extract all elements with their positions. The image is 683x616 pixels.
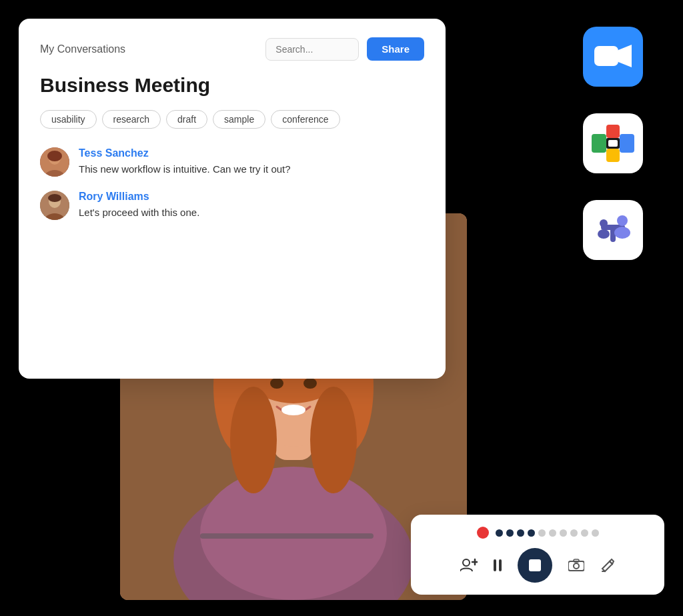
svg-rect-23 bbox=[594, 46, 618, 66]
pencil-icon bbox=[600, 558, 615, 573]
svg-point-19 bbox=[270, 378, 283, 389]
stop-button[interactable] bbox=[518, 548, 552, 583]
pause-icon bbox=[494, 559, 502, 571]
recording-card bbox=[411, 515, 664, 595]
progress-dot-6 bbox=[549, 529, 556, 537]
progress-dot-10 bbox=[592, 529, 599, 537]
google-meet-icon[interactable] bbox=[583, 113, 643, 173]
author-rory: Rory Williams bbox=[79, 191, 199, 203]
avatar-tess bbox=[40, 147, 69, 177]
tag-sample[interactable]: sample bbox=[213, 110, 265, 129]
recording-top-row bbox=[427, 527, 648, 539]
stop-icon bbox=[529, 559, 541, 571]
edit-button[interactable] bbox=[600, 558, 615, 573]
share-button[interactable]: Share bbox=[367, 37, 424, 61]
progress-dots bbox=[496, 529, 599, 537]
svg-rect-27 bbox=[606, 149, 620, 162]
zoom-icon[interactable] bbox=[583, 27, 643, 87]
svg-point-42 bbox=[574, 563, 579, 569]
svg-point-34 bbox=[617, 215, 628, 226]
pause-bar-left bbox=[494, 559, 496, 571]
messages-section: Tess Sanchez This new workflow is intuit… bbox=[40, 147, 424, 220]
my-conversations-label: My Conversations bbox=[40, 43, 125, 55]
search-input[interactable] bbox=[265, 38, 359, 61]
teams-svg bbox=[589, 206, 637, 254]
tags-row: usability research draft sample conferen… bbox=[40, 110, 424, 129]
avatar-rory bbox=[40, 191, 69, 220]
message-content-tess: Tess Sanchez This new workflow is intuit… bbox=[79, 147, 291, 177]
svg-rect-30 bbox=[608, 140, 618, 147]
tag-draft[interactable]: draft bbox=[166, 110, 207, 129]
camera-icon bbox=[568, 559, 584, 572]
progress-dot-3 bbox=[517, 529, 524, 537]
progress-dot-4 bbox=[528, 529, 535, 537]
microsoft-teams-icon[interactable] bbox=[583, 200, 643, 260]
header-right: Share bbox=[265, 37, 424, 61]
svg-point-16 bbox=[230, 387, 277, 493]
app-icons-column bbox=[583, 27, 643, 260]
progress-dot-5 bbox=[538, 529, 546, 537]
google-meet-svg bbox=[592, 125, 634, 162]
progress-dot-1 bbox=[496, 529, 503, 537]
progress-dot-2 bbox=[506, 529, 514, 537]
zoom-camera-icon bbox=[594, 43, 632, 70]
record-indicator bbox=[477, 527, 489, 539]
svg-rect-28 bbox=[620, 134, 634, 153]
add-person-button[interactable] bbox=[460, 558, 478, 573]
meeting-title: Business Meeting bbox=[40, 74, 424, 97]
svg-point-3 bbox=[47, 151, 62, 161]
progress-dot-9 bbox=[581, 529, 588, 537]
tag-research[interactable]: research bbox=[102, 110, 161, 129]
svg-point-37 bbox=[598, 229, 610, 239]
recording-controls-row bbox=[460, 548, 615, 583]
svg-point-21 bbox=[281, 405, 305, 415]
svg-point-20 bbox=[303, 378, 317, 389]
svg-rect-26 bbox=[606, 125, 620, 138]
message-item-tess: Tess Sanchez This new workflow is intuit… bbox=[40, 147, 424, 177]
svg-point-17 bbox=[310, 387, 357, 493]
message-text-rory: Let's proceed with this one. bbox=[79, 205, 199, 221]
svg-rect-22 bbox=[200, 533, 374, 539]
conversation-card: My Conversations Share Business Meeting … bbox=[19, 19, 446, 379]
tag-conference[interactable]: conference bbox=[271, 110, 339, 129]
message-item-rory: Rory Williams Let's proceed with this on… bbox=[40, 191, 424, 221]
svg-point-35 bbox=[614, 227, 630, 239]
pause-button[interactable] bbox=[494, 559, 502, 571]
message-text-tess: This new workflow is intuitive. Can we t… bbox=[79, 162, 291, 177]
progress-dot-7 bbox=[560, 529, 567, 537]
camera-button[interactable] bbox=[568, 559, 584, 572]
svg-marker-24 bbox=[618, 45, 632, 67]
svg-point-7 bbox=[48, 194, 61, 202]
message-content-rory: Rory Williams Let's proceed with this on… bbox=[79, 191, 199, 221]
svg-rect-25 bbox=[592, 134, 606, 153]
svg-point-38 bbox=[463, 559, 470, 566]
author-tess: Tess Sanchez bbox=[79, 147, 291, 159]
add-person-icon bbox=[460, 558, 478, 573]
svg-point-36 bbox=[600, 219, 608, 227]
progress-dot-8 bbox=[570, 529, 578, 537]
card-header: My Conversations Share bbox=[40, 37, 424, 61]
pause-bar-right bbox=[499, 559, 502, 571]
tag-usability[interactable]: usability bbox=[40, 110, 97, 129]
